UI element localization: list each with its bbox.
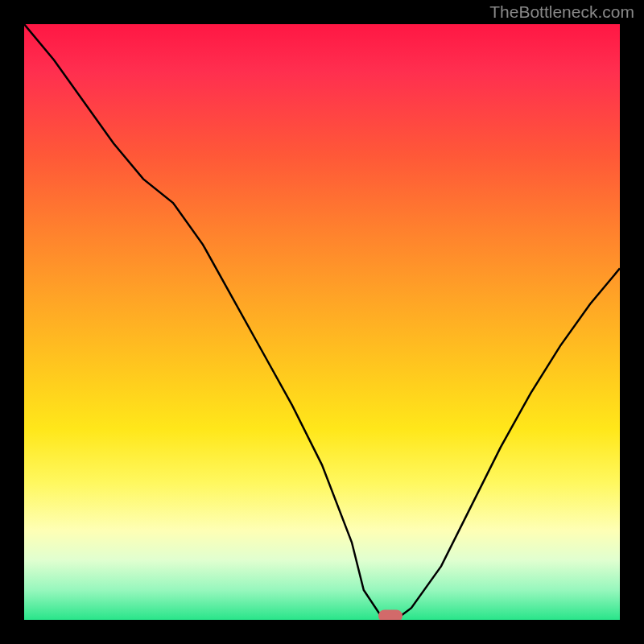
bottleneck-curve [24,24,620,617]
curve-svg [24,24,620,620]
marker-pill [378,609,402,620]
watermark-text: TheBottleneck.com [489,2,634,22]
plot-area [24,24,620,620]
